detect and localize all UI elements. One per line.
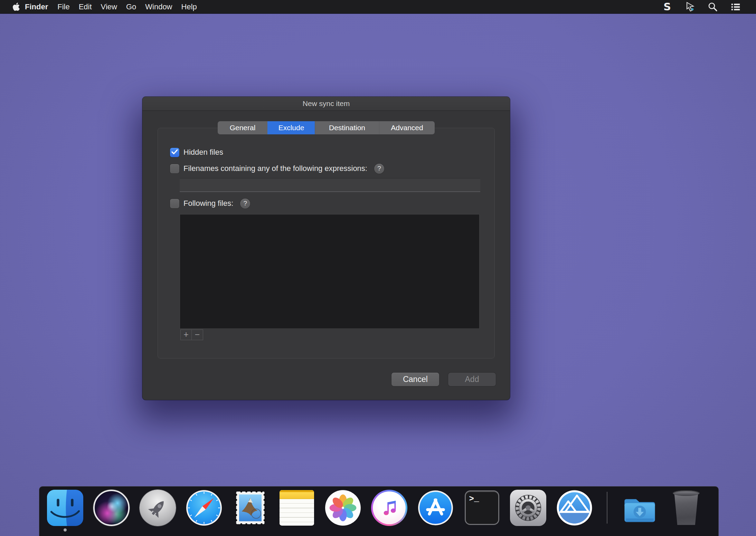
dock-app-cleaner-icon[interactable] <box>556 490 593 526</box>
dialog-titlebar[interactable]: New sync item <box>142 97 510 111</box>
dock-trash-icon[interactable] <box>668 490 704 526</box>
filenames-row: Filenames containing any of the followin… <box>170 163 384 174</box>
add-button[interactable]: Add <box>448 373 496 386</box>
dock-divider <box>607 492 607 524</box>
finder-running-indicator <box>64 528 67 532</box>
spotlight-icon[interactable] <box>708 2 718 12</box>
dock-siri-icon[interactable] <box>93 490 130 526</box>
dock-notes-icon[interactable] <box>278 490 315 526</box>
dock: >_ <box>39 486 719 536</box>
hidden-files-checkbox[interactable] <box>170 148 179 157</box>
menu-status-area: S <box>662 2 741 12</box>
filenames-help-button[interactable]: ? <box>374 164 384 174</box>
dock-safari-icon[interactable] <box>186 490 222 526</box>
tab-exclude[interactable]: Exclude <box>267 121 315 134</box>
tab-advanced[interactable]: Advanced <box>379 121 435 134</box>
remote-cursor-icon[interactable] <box>685 2 695 12</box>
hidden-files-row: Hidden files <box>170 147 223 157</box>
filenames-label: Filenames containing any of the followin… <box>183 164 367 173</box>
dock-finder-icon[interactable] <box>47 490 83 526</box>
menu-item-window[interactable]: Window <box>141 0 177 14</box>
tab-destination[interactable]: Destination <box>315 121 379 134</box>
sync-app-icon[interactable]: S <box>662 2 672 12</box>
excluded-files-list[interactable] <box>180 214 480 329</box>
hidden-files-label: Hidden files <box>183 148 223 157</box>
menu-item-view[interactable]: View <box>96 0 122 14</box>
expressions-input[interactable] <box>180 178 480 192</box>
remove-file-button[interactable]: − <box>192 329 203 340</box>
following-files-row: Following files: ? <box>170 198 250 209</box>
dock-mail-icon[interactable] <box>232 490 268 526</box>
dock-photos-icon[interactable] <box>325 490 361 526</box>
filenames-checkbox[interactable] <box>170 164 179 173</box>
dock-system-preferences-icon[interactable] <box>510 490 546 526</box>
desktop: Finder File Edit View Go Window Help S <box>0 0 756 536</box>
dock-launchpad-icon[interactable] <box>140 490 176 526</box>
add-file-button[interactable]: + <box>180 329 192 340</box>
menu-bar: Finder File Edit View Go Window Help S <box>0 0 756 14</box>
dock-downloads-folder-icon[interactable] <box>622 490 658 526</box>
menu-item-go[interactable]: Go <box>122 0 141 14</box>
list-edit-buttons: + − <box>180 329 203 340</box>
menu-item-edit[interactable]: Edit <box>74 0 96 14</box>
dock-app-store-icon[interactable] <box>417 490 454 526</box>
list-icon[interactable] <box>730 2 741 12</box>
menu-item-file[interactable]: File <box>53 0 74 14</box>
cancel-button[interactable]: Cancel <box>391 373 439 386</box>
menu-item-finder[interactable]: Finder <box>20 0 53 14</box>
dialog-title: New sync item <box>303 99 350 108</box>
dock-music-icon[interactable] <box>371 490 407 526</box>
apple-menu-icon[interactable] <box>12 2 20 11</box>
new-sync-item-dialog: New sync item General Exclude Destinatio… <box>142 97 510 400</box>
tab-general[interactable]: General <box>218 121 267 134</box>
following-files-checkbox[interactable] <box>170 199 179 208</box>
tab-bar: General Exclude Destination Advanced <box>218 121 435 134</box>
menu-item-help[interactable]: Help <box>177 0 201 14</box>
dock-terminal-icon[interactable]: >_ <box>464 490 500 526</box>
following-files-label: Following files: <box>183 199 233 208</box>
following-files-help-button[interactable]: ? <box>240 199 250 209</box>
